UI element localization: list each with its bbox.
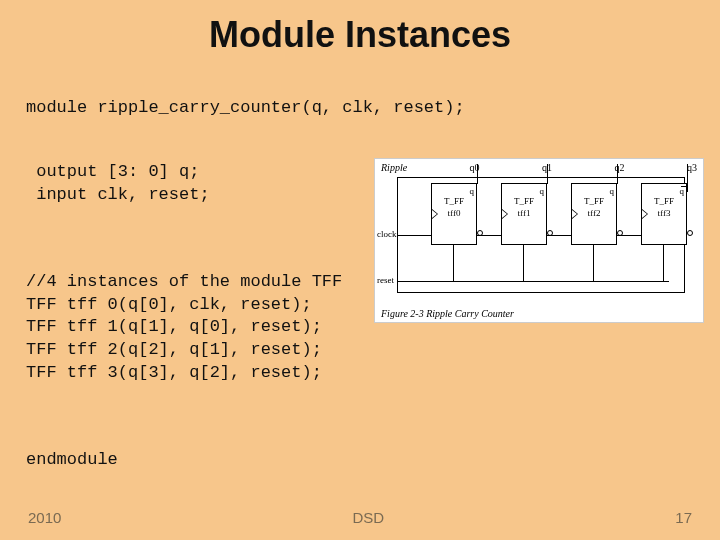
clock-label: clock <box>377 229 397 239</box>
code-line-input: input clk, reset; <box>26 185 210 204</box>
wire-reset-bus <box>397 281 669 282</box>
code-line-inst3: TFF tff 3(q[3], q[2], reset); <box>26 363 322 382</box>
ff-qport: q <box>680 186 685 196</box>
code-line-output: output [3: 0] q; <box>26 162 199 181</box>
footer-center: DSD <box>353 509 385 526</box>
slide-footer: 2010 DSD 17 <box>0 509 720 526</box>
ff-qport: q <box>540 186 545 196</box>
wire-chain-01 <box>477 235 501 236</box>
code-line-comment: //4 instances of the module TFF <box>26 272 342 291</box>
code-line-endmodule: endmodule <box>26 450 118 469</box>
ff-inst-label: tff1 <box>502 208 546 218</box>
code-line-inst0: TFF tff 0(q[0], clk, reset); <box>26 295 312 314</box>
ripple-counter-diagram: Ripple q0 q1 q2 q3 clock reset q T_FF tf… <box>374 158 704 323</box>
clock-triangle-icon <box>432 209 438 219</box>
wire-reset-3 <box>663 245 664 281</box>
slide-title: Module Instances <box>0 0 720 74</box>
ff-2: q T_FF tff2 <box>571 183 617 245</box>
ff-3: q T_FF tff3 <box>641 183 687 245</box>
wire-chain-12 <box>547 235 571 236</box>
code-line-inst2: TFF tff 2(q[2], q[1], reset); <box>26 340 322 359</box>
wire-chain-23 <box>617 235 641 236</box>
ff-type-label: T_FF <box>642 196 686 206</box>
clock-triangle-icon <box>502 209 508 219</box>
diagram-module-label: Ripple <box>381 162 407 173</box>
ff-qport: q <box>470 186 475 196</box>
clock-triangle-icon <box>572 209 578 219</box>
clock-triangle-icon <box>642 209 648 219</box>
code-line-inst1: TFF tff 1(q[1], q[0], reset); <box>26 317 322 336</box>
wire-reset-1 <box>523 245 524 281</box>
wire-clock <box>397 235 431 236</box>
inverter-bubble-icon <box>687 230 693 236</box>
footer-year: 2010 <box>28 509 61 526</box>
wire-q3-stub <box>681 186 687 187</box>
ff-1: q T_FF tff1 <box>501 183 547 245</box>
diagram-caption: Figure 2-3 Ripple Carry Counter <box>381 308 514 319</box>
ff-qport: q <box>610 186 615 196</box>
wire-q0-out <box>477 164 478 184</box>
diagram-q0-label: q0 <box>470 162 480 173</box>
wire-q2-out <box>617 164 618 184</box>
wire-reset-0 <box>453 245 454 281</box>
ff-type-label: T_FF <box>432 196 476 206</box>
ff-inst-label: tff2 <box>572 208 616 218</box>
diagram-q3-label: q3 <box>687 162 697 173</box>
wire-q3-out2 <box>687 186 688 192</box>
code-line-module: module ripple_carry_counter(q, clk, rese… <box>26 98 465 117</box>
wire-q1-out <box>547 164 548 184</box>
wire-reset-2 <box>593 245 594 281</box>
ff-inst-label: tff3 <box>642 208 686 218</box>
ff-0: q T_FF tff0 <box>431 183 477 245</box>
ff-type-label: T_FF <box>502 196 546 206</box>
ff-type-label: T_FF <box>572 196 616 206</box>
reset-label: reset <box>377 275 394 285</box>
ff-inst-label: tff0 <box>432 208 476 218</box>
footer-page-number: 17 <box>675 509 692 526</box>
wire-q3-out <box>687 164 688 186</box>
